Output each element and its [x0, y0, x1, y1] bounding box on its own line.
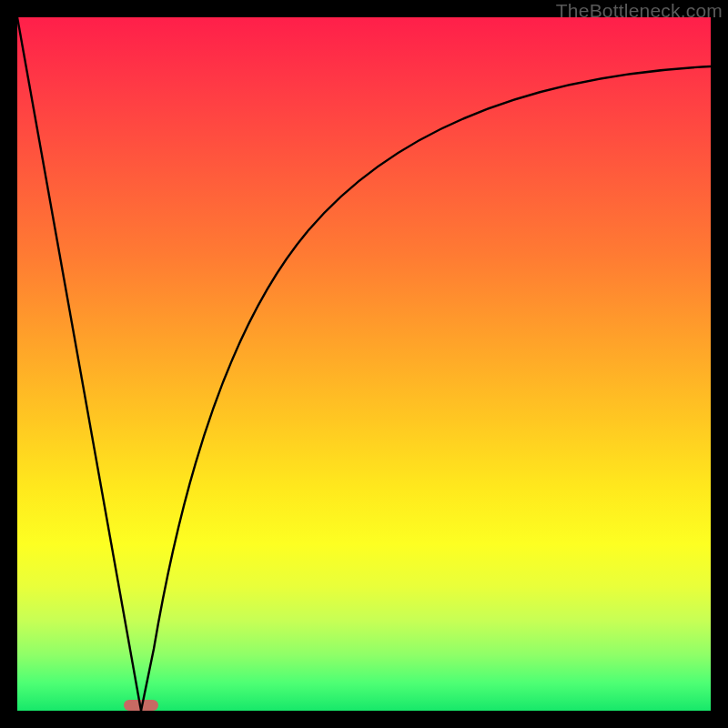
bottleneck-curve	[17, 17, 711, 711]
curve-left-branch	[17, 17, 141, 711]
plot-area	[17, 17, 711, 711]
curve-right-branch	[141, 66, 711, 711]
watermark-text: TheBottleneck.com	[556, 0, 723, 22]
chart-frame: TheBottleneck.com	[0, 0, 728, 728]
